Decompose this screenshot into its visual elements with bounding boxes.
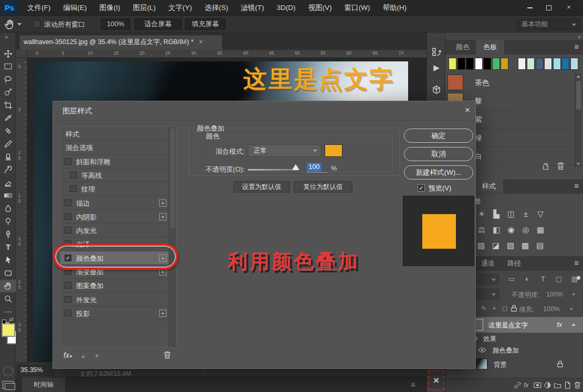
timeline-tab[interactable]: 时间轴 [22,377,65,392]
tab-channels[interactable]: 通道 [475,256,501,271]
type-layer-filter-icon[interactable]: T [538,274,548,284]
layer-group-icon[interactable] [554,381,561,389]
lock-all-icon[interactable] [511,304,517,312]
healing-brush-tool[interactable] [0,125,16,137]
gradient-map-icon[interactable]: ▩ [519,240,531,251]
layer-style-icon[interactable]: fx [524,381,532,389]
delete-effect-icon[interactable] [163,351,171,359]
posterize-icon[interactable]: ▨ [475,240,487,251]
style-checkbox-内阴影[interactable] [65,213,71,220]
new-layer-icon[interactable] [564,381,571,389]
lock-position-icon[interactable]: + [490,303,499,313]
menu-item-图像(I)[interactable]: 图像(I) [93,0,127,16]
blur-tool[interactable] [0,202,16,215]
zoom-level-field[interactable]: 35.35% [17,365,55,376]
link-layers-icon[interactable] [514,381,522,389]
type-tool[interactable]: T [0,241,16,253]
vibrance-icon[interactable]: ▽ [535,208,546,220]
move-tool[interactable] [0,47,16,60]
set-default-button[interactable]: 设置为默认值 [233,181,290,193]
mini-swatch-13[interactable] [561,58,569,70]
zoom-100-button[interactable]: 100% [101,18,130,30]
fx-badge[interactable]: fx [557,321,562,329]
quick-selection-tool[interactable] [0,86,16,99]
mini-swatch-6[interactable] [501,58,508,70]
screen-mode-icon[interactable] [3,381,14,389]
hand-tool[interactable] [0,280,16,292]
visibility-eye-icon[interactable] [478,347,486,353]
photo-filter-icon[interactable]: ◉ [505,224,517,236]
vertical-ruler[interactable]: 051 01 52 02 53 03 5 [16,58,27,362]
opacity-value-field[interactable]: 100 [307,163,321,172]
layers-opacity-value[interactable]: 100% [546,291,563,298]
style-item-描边[interactable]: 描边+ [60,196,169,210]
clone-stamp-tool[interactable] [0,151,16,163]
style-checkbox-内发光[interactable] [65,227,71,234]
delete-layer-icon[interactable] [574,381,581,389]
close-window-button[interactable]: × [560,1,578,13]
style-checkbox-图案叠加[interactable] [65,282,71,289]
mini-swatch-10[interactable] [536,58,544,70]
style-item-投影[interactable]: 投影+ [60,306,169,320]
path-selection-tool[interactable] [0,254,16,267]
blend-mode-select[interactable]: 正常 [248,144,321,157]
scroll-all-windows-checkbox[interactable] [34,20,40,27]
channel-mixer-icon[interactable]: ◎ [520,224,532,236]
style-item-纹理[interactable]: 纹理 [60,182,169,196]
shape-tool[interactable] [0,267,16,279]
pixel-layer-filter-icon[interactable]: ▭ [506,274,517,284]
opacity-slider-thumb[interactable] [292,164,299,170]
style-item-等高线[interactable]: 等高线 [60,168,169,182]
menu-item-3D(D)[interactable]: 3D(D) [270,0,302,16]
properties-panel-icon[interactable] [430,83,443,97]
mini-swatch-4[interactable] [483,58,491,70]
style-checkbox-外发光[interactable] [65,296,71,303]
adjustment-layer-icon[interactable] [544,381,551,389]
move-effect-up-icon[interactable]: ▲ [80,353,86,359]
marquee-tool[interactable] [0,60,16,73]
mini-swatch-0[interactable] [449,58,456,70]
menu-item-选择(S)[interactable]: 选择(S) [199,0,235,16]
fit-screen-button[interactable]: 适合屏幕 [134,18,182,30]
actions-panel-icon[interactable]: ▶ [430,61,443,75]
hand-tool-preset-icon[interactable] [4,18,16,30]
menu-item-视图(V)[interactable]: 视图(V) [302,0,338,16]
eraser-tool[interactable] [0,176,16,189]
color-balance-icon[interactable]: ⚖ [476,224,487,236]
menu-item-编辑(E)[interactable]: 编辑(E) [57,0,93,16]
quick-mask-icon[interactable] [3,366,13,376]
brightness-contrast-icon[interactable]: ☀ [476,208,487,220]
overlay-color-swatch[interactable] [325,144,342,157]
mini-swatch-1[interactable] [457,58,465,70]
style-checkbox-纹理[interactable] [70,185,77,192]
swap-colors-icon[interactable]: ⇄ [9,316,13,322]
lock-artboard-icon[interactable]: ▢ [500,303,509,313]
swatches-scrollbar[interactable] [575,73,581,167]
document-tab-close-icon[interactable]: × [199,38,203,46]
mini-swatch-12[interactable] [553,58,561,70]
document-tab[interactable]: wallhaven-350125.jpg @ 35.4% (这里是点文字, RG… [19,35,223,50]
tab-paths[interactable]: 路径 [501,256,527,271]
brush-tool[interactable] [0,137,16,150]
tab-color[interactable]: 颜色 [450,40,476,55]
gradient-tool[interactable] [0,189,16,202]
layers-fill-value[interactable]: 100% [543,305,560,313]
new-style-button[interactable]: 新建样式(W)... [404,165,473,179]
style-item-外发光[interactable]: 外发光 [60,293,169,306]
zoom-tool[interactable] [0,292,16,305]
style-item-混合选项[interactable]: 混合选项 [60,141,169,154]
preview-checkbox[interactable]: ✓ [418,184,425,192]
selective-color-icon[interactable]: ▧ [505,240,516,251]
style-checkbox-投影[interactable] [65,310,71,316]
lock-pixels-icon[interactable]: ✎ [479,303,488,313]
cancel-button[interactable]: 取消 [404,147,473,161]
style-checkbox-斜面和浮雕[interactable] [65,158,71,165]
more-tools[interactable] [0,305,16,318]
dock-collapse-icon[interactable]: » [578,34,581,40]
menu-item-滤镜(T)[interactable]: 滤镜(T) [235,0,270,16]
swatches-menu-icon[interactable]: ≡ [574,42,579,51]
workspace-selector[interactable]: 基本功能 [517,19,580,30]
scrollbar-thumb[interactable] [576,81,581,110]
dodge-tool[interactable] [0,215,16,228]
mini-swatch-3[interactable] [475,58,483,70]
